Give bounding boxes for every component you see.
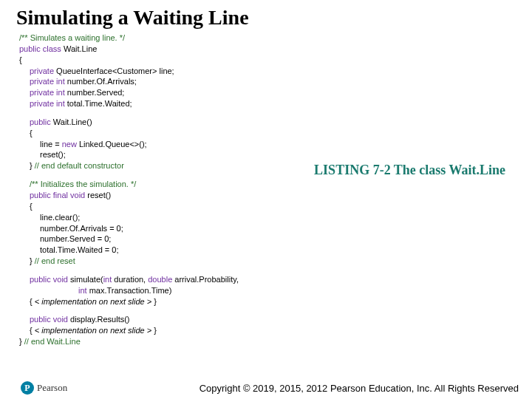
code-kw: int — [78, 286, 89, 295]
code-kw: void — [70, 191, 87, 200]
code-placeholder: < implementation on next slide > — [35, 297, 151, 306]
code-text: { — [30, 326, 35, 335]
code-text: } — [30, 161, 35, 170]
pearson-logo: P Pearson — [21, 381, 67, 395]
code-text: line = — [40, 140, 62, 149]
code-text: number.Of.Arrivals; — [67, 77, 137, 86]
code-kw: public — [30, 315, 53, 324]
code-line: number.Served = 0; — [19, 233, 532, 245]
code-listing: /** Simulates a waiting line. */ public … — [0, 33, 532, 347]
code-text: Linked.Queue<>(); — [79, 140, 147, 149]
code-kw: private — [30, 77, 56, 86]
code-kw: int — [56, 99, 67, 108]
code-line: { — [19, 55, 532, 66]
code-text: duration, — [114, 275, 148, 284]
listing-caption: LISTING 7-2 The class Wait.Line — [314, 163, 505, 178]
code-text: Wait.Line — [64, 44, 97, 53]
code-text: } — [19, 337, 24, 346]
code-kw: final — [53, 191, 70, 200]
code-kw: int — [56, 77, 67, 86]
code-text: number.Served; — [67, 88, 125, 97]
code-kw: class — [43, 44, 64, 53]
code-line: { — [19, 128, 532, 139]
code-text: simulate( — [70, 275, 103, 284]
code-kw: void — [53, 275, 70, 284]
code-placeholder: < implementation on next slide > — [35, 326, 151, 335]
code-kw: public — [30, 275, 53, 284]
code-kw: public — [30, 117, 53, 126]
code-line: number.Of.Arrivals = 0; — [19, 223, 532, 234]
code-text: display.Results() — [70, 315, 130, 324]
code-kw: void — [53, 315, 70, 324]
code-text: } — [151, 297, 157, 306]
footer: P Pearson Copyright © 2019, 2015, 2012 P… — [0, 381, 532, 395]
code-line: /** Simulates a waiting line. */ — [19, 33, 125, 42]
copyright-text: Copyright © 2019, 2015, 2012 Pearson Edu… — [67, 383, 525, 394]
code-text: } — [30, 256, 35, 265]
code-kw: private — [30, 99, 56, 108]
code-kw: double — [148, 275, 174, 284]
code-kw: public — [19, 44, 43, 53]
code-kw: private — [30, 88, 56, 97]
code-line: line.clear(); — [19, 212, 532, 223]
code-kw: private — [30, 66, 56, 75]
code-comment: // end Wait.Line — [24, 337, 81, 346]
code-text: arrival.Probability, — [174, 275, 239, 284]
code-line: { — [19, 201, 532, 212]
code-kw: int — [56, 88, 67, 97]
code-text: } — [151, 326, 157, 335]
code-kw: new — [62, 140, 79, 149]
code-kw: public — [30, 191, 53, 200]
code-text: QueueInterface<Customer> line; — [56, 66, 174, 75]
slide-title: Simulating a Waiting Line — [0, 0, 532, 33]
logo-icon: P — [21, 381, 34, 395]
code-text: Wait.Line() — [53, 117, 92, 126]
code-comment: // end default constructor — [35, 161, 124, 170]
code-text: total.Time.Waited; — [67, 99, 132, 108]
code-comment: // end reset — [35, 256, 75, 265]
code-kw: int — [103, 275, 115, 284]
code-line: total.Time.Waited = 0; — [19, 245, 532, 256]
code-text: reset() — [87, 191, 111, 200]
logo-text: Pearson — [37, 382, 67, 394]
code-text: max.Transaction.Time) — [89, 286, 172, 295]
code-text: { — [30, 297, 35, 306]
code-comment: /** Initializes the simulation. */ — [30, 180, 136, 188]
code-line: reset(); — [19, 149, 532, 160]
